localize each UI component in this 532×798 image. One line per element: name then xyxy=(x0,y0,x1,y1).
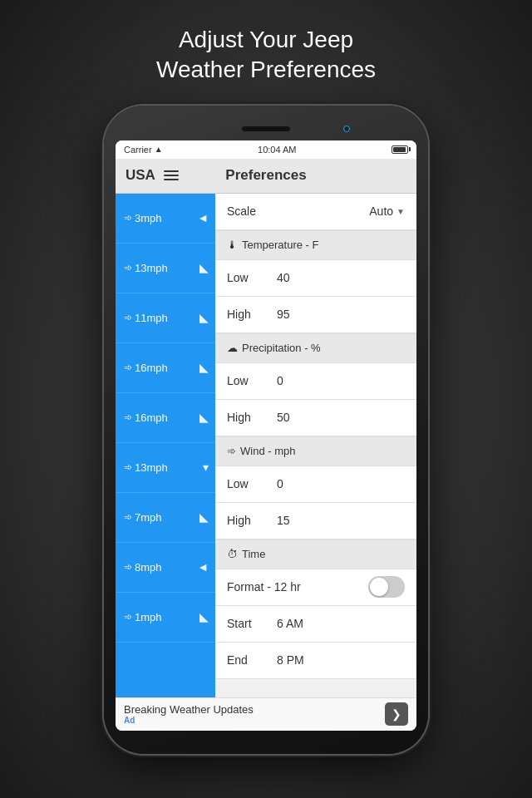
weather-speed: ➾ 13mph xyxy=(124,262,168,274)
hamburger-button[interactable] xyxy=(164,170,179,180)
status-time: 10:04 AM xyxy=(258,145,296,155)
wind-icon: ➾ xyxy=(124,362,132,373)
section-header-text: ➾ Wind - mph xyxy=(227,445,295,457)
weather-row[interactable]: ➾ 3mph ◄ xyxy=(116,194,215,244)
end-value: 8 PM xyxy=(277,653,304,667)
left-panel: ➾ 3mph ◄ ➾ 13mph ◣ ➾ 11mph ◣ ➾ 16mph ◣ ➾… xyxy=(116,194,215,697)
ad-content: Breaking Weather Updates Ad xyxy=(124,703,254,725)
sections-container: 🌡 Temperature - F Low 40 High 95 ☁ Preci… xyxy=(215,230,416,569)
direction-arrow-icon: ◣ xyxy=(200,361,209,374)
pref-row-precipitation-low: Low 0 xyxy=(215,363,416,400)
format-row[interactable]: Format - 12 hr xyxy=(215,569,416,606)
row-value: 40 xyxy=(277,271,290,284)
title-line2: Weather Preferences xyxy=(156,57,376,82)
wind-icon: ➾ xyxy=(124,611,132,623)
nav-bar: USA Preferences xyxy=(116,159,416,194)
section-header-precipitation: ☁ Precipitation - % xyxy=(215,333,416,363)
direction-arrow-icon: ◣ xyxy=(200,311,209,324)
weather-row[interactable]: ➾ 11mph ◣ xyxy=(116,293,215,343)
ad-banner[interactable]: Breaking Weather Updates Ad ❯ xyxy=(116,697,416,731)
wind-icon: ➾ xyxy=(124,511,132,523)
weather-speed: ➾ 7mph xyxy=(124,511,162,524)
time-icon: ⏱ xyxy=(227,548,238,560)
format-label: Format - 12 hr xyxy=(227,580,368,594)
weather-speed: ➾ 16mph xyxy=(124,411,168,424)
ad-text: Breaking Weather Updates xyxy=(124,703,254,716)
end-label: End xyxy=(227,653,277,667)
weather-row[interactable]: ➾ 8mph ◄ xyxy=(116,543,215,593)
wind-icon: ➾ xyxy=(124,461,132,473)
start-value: 6 AM xyxy=(277,617,303,630)
weather-speed: ➾ 1mph xyxy=(124,611,162,623)
row-label: Low xyxy=(227,271,277,284)
section-header-wind: ➾ Wind - mph xyxy=(215,436,416,466)
weather-row[interactable]: ➾ 1mph ◣ xyxy=(116,593,215,643)
weather-speed: ➾ 11mph xyxy=(124,312,168,324)
row-label: Low xyxy=(227,477,277,490)
temperature-icon: 🌡 xyxy=(227,239,238,251)
format-toggle[interactable] xyxy=(368,576,405,598)
pref-row-wind-low: Low 0 xyxy=(215,466,416,503)
section-header-text: 🌡 Temperature - F xyxy=(227,239,318,251)
direction-arrow-icon: ◣ xyxy=(200,261,209,274)
section-header-text: ☁ Precipitation - % xyxy=(227,342,321,354)
row-label: High xyxy=(227,411,277,424)
toggle-knob xyxy=(370,578,388,596)
nav-left: USA xyxy=(116,167,215,184)
carrier: Carrier ▲ xyxy=(124,145,163,155)
wind-icon: ➾ xyxy=(124,212,132,224)
row-label: Low xyxy=(227,374,277,387)
chevron-down-icon: ▼ xyxy=(397,207,405,216)
row-value: 95 xyxy=(277,308,290,321)
phone-top-bar xyxy=(116,117,416,140)
wind-icon: ➾ xyxy=(227,445,236,457)
wind-icon: ➾ xyxy=(124,262,132,273)
scale-value: Auto xyxy=(369,204,393,218)
wind-icon: ➾ xyxy=(124,312,132,323)
pref-row-precipitation-high: High 50 xyxy=(215,400,416,436)
weather-row[interactable]: ➾ 7mph ◣ xyxy=(116,493,215,543)
direction-arrow-icon: ◄ xyxy=(197,211,209,224)
end-row: End 8 PM xyxy=(215,643,416,679)
scale-row[interactable]: Scale Auto ▼ xyxy=(215,194,416,230)
weather-speed: ➾ 16mph xyxy=(124,362,168,374)
right-panel: Scale Auto ▼ 🌡 Temperature - F Low 40 Hi… xyxy=(215,194,416,697)
phone-frame: Carrier ▲ 10:04 AM USA Preferenc xyxy=(104,106,428,754)
weather-rows-container: ➾ 3mph ◄ ➾ 13mph ◣ ➾ 11mph ◣ ➾ 16mph ◣ ➾… xyxy=(116,194,215,643)
row-value: 0 xyxy=(277,374,283,387)
ad-logo: Ad xyxy=(124,716,254,725)
scale-value-area: Auto ▼ xyxy=(369,204,405,218)
direction-arrow-icon: ◣ xyxy=(200,610,209,623)
weather-row[interactable]: ➾ 16mph ◣ xyxy=(116,343,215,393)
section-header-text: ⏱ Time xyxy=(227,548,265,560)
pref-row-temperature-high: High 95 xyxy=(215,297,416,333)
row-label: High xyxy=(227,308,277,321)
row-value: 50 xyxy=(277,411,290,424)
direction-arrow-icon: ▾ xyxy=(203,461,209,474)
phone-screen: Carrier ▲ 10:04 AM USA Preferenc xyxy=(116,140,416,731)
battery-icon xyxy=(392,145,408,154)
weather-speed: ➾ 13mph xyxy=(124,461,168,474)
weather-row[interactable]: ➾ 16mph ◣ xyxy=(116,393,215,443)
page-title: Adjust Your Jeep Weather Preferences xyxy=(156,25,376,86)
row-value: 15 xyxy=(277,514,290,527)
phone-camera xyxy=(343,126,350,132)
start-label: Start xyxy=(227,617,277,630)
pref-row-temperature-low: Low 40 xyxy=(215,260,416,297)
direction-arrow-icon: ◄ xyxy=(197,560,209,574)
weather-speed: ➾ 3mph xyxy=(124,212,162,224)
main-content: ➾ 3mph ◄ ➾ 13mph ◣ ➾ 11mph ◣ ➾ 16mph ◣ ➾… xyxy=(116,194,416,697)
direction-arrow-icon: ◣ xyxy=(200,411,209,424)
row-label: High xyxy=(227,514,277,527)
status-right xyxy=(392,145,408,154)
weather-row[interactable]: ➾ 13mph ◣ xyxy=(116,244,215,293)
wifi-icon: ▲ xyxy=(155,145,163,154)
ad-arrow-button[interactable]: ❯ xyxy=(385,702,408,726)
title-line1: Adjust Your Jeep xyxy=(179,27,353,52)
scale-label: Scale xyxy=(227,204,256,218)
phone-speaker xyxy=(241,126,291,132)
weather-speed: ➾ 8mph xyxy=(124,561,162,574)
status-bar: Carrier ▲ 10:04 AM xyxy=(116,140,416,159)
nav-title: Preferences xyxy=(225,167,306,183)
weather-row[interactable]: ➾ 13mph ▾ xyxy=(116,443,215,493)
